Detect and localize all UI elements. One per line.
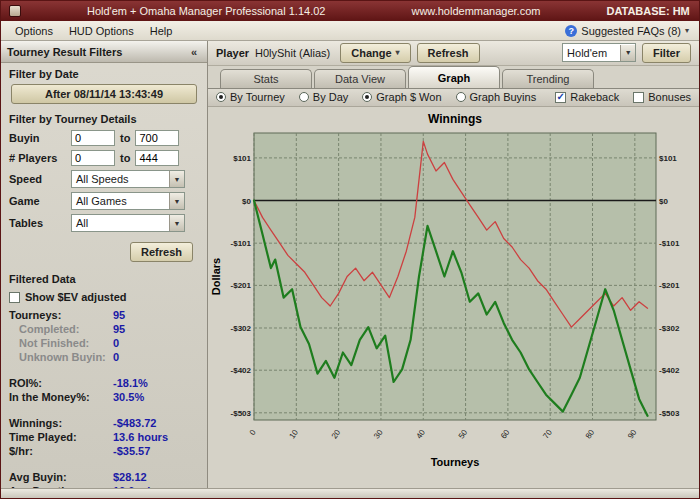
stat-row-hourly: $/hr: -$35.57 [9,444,199,458]
menu-help[interactable]: Help [142,23,181,39]
ev-adjusted-checkbox[interactable]: Show $EV adjusted [1,288,207,306]
svg-text:-$101: -$101 [659,239,680,248]
radio-icon [216,92,226,102]
radio-by-tourney-label: By Tourney [230,91,285,103]
sidebar-title: Tourney Result Filters [7,46,122,58]
title-bar: Hold'em + Omaha Manager Professional 1.1… [1,1,699,21]
filtered-data-stats: Tourneys: 95 Completed: 95 Not Finished:… [1,306,207,488]
svg-text:80: 80 [584,428,597,441]
filter-sidebar: Tourney Result Filters « Filter by Date … [1,41,208,488]
tables-filter-row: Tables All ▼ [1,212,207,234]
suggested-faqs-button[interactable]: ? Suggested FAQs (8) ▾ [565,25,693,37]
stat-row-not-finished: Not Finished: 0 [9,336,199,350]
checkbox-rakeback[interactable]: ✓ Rakeback [555,91,619,103]
svg-text:Tourneys: Tourneys [431,456,480,468]
app-window: Hold'em + Omaha Manager Professional 1.1… [0,0,700,499]
players-label: # Players [9,152,66,164]
database-label: DATABASE: HM [606,5,689,17]
svg-text:Dollars: Dollars [210,258,222,295]
chevron-down-icon: ▾ [685,26,689,35]
stat-row-time-played: Time Played: 13.6 hours [9,430,199,444]
sidebar-refresh-button[interactable]: Refresh [130,242,193,262]
game-select[interactable]: All Games ▼ [71,192,185,210]
speed-select[interactable]: All Speeds ▼ [71,170,185,188]
change-player-button[interactable]: Change ▾ [340,43,410,63]
menu-bar: Options HUD Options Help ? Suggested FAQ… [1,21,699,41]
checkbox-checked-icon: ✓ [555,92,566,103]
buyin-min-input[interactable] [71,130,115,146]
graph-controls-bar: By Tourney By Day Graph $ Won Graph Buyi… [208,88,699,107]
radio-graph-buyins-label: Graph Buyins [470,91,537,103]
speed-select-value: All Speeds [76,173,129,185]
bonuses-label: Bonuses [648,91,691,103]
date-filter-button[interactable]: After 08/11/14 13:43:49 [11,84,197,104]
svg-text:70: 70 [541,428,554,441]
menu-hud-options[interactable]: HUD Options [61,23,142,39]
chevron-down-icon: ▼ [620,45,635,61]
radio-icon [299,92,309,102]
filter-by-details-heading: Filter by Tourney Details [1,108,207,128]
rakeback-label: Rakeback [570,91,619,103]
svg-text:-$201: -$201 [659,281,680,290]
stat-row-in-the-money: In the Money%: 30.5% [9,390,199,404]
radio-graph-won[interactable]: Graph $ Won [362,91,441,103]
svg-text:$101: $101 [233,154,251,163]
svg-text:$0: $0 [659,197,668,206]
winnings-chart: $101$101$0$0-$101-$101-$201-$201-$302-$3… [208,107,699,488]
radio-graph-won-label: Graph $ Won [376,91,441,103]
players-max-input[interactable] [135,150,179,166]
svg-text:-$201: -$201 [231,281,252,290]
player-label: Player [216,47,249,59]
svg-text:0: 0 [248,428,258,437]
chevron-down-icon: ▼ [169,193,184,209]
collapse-sidebar-button[interactable]: « [187,46,201,58]
tab-trending[interactable]: Trending [502,69,594,88]
radio-by-day[interactable]: By Day [299,91,348,103]
game-type-select[interactable]: Hold'em ▼ [562,43,636,62]
tab-stats[interactable]: Stats [220,69,312,88]
checkbox-bonuses[interactable]: Bonuses [633,91,691,103]
svg-text:-$302: -$302 [659,324,680,333]
speed-filter-row: Speed All Speeds ▼ [1,168,207,190]
stat-row-avg-duration: Avg Duration: 16.6 min [9,484,199,488]
svg-text:$101: $101 [659,154,677,163]
game-label: Game [9,195,66,207]
tables-label: Tables [9,217,66,229]
stat-row-winnings: Winnings: -$483.72 [9,416,199,430]
game-filter-row: Game All Games ▼ [1,190,207,212]
tab-graph[interactable]: Graph [408,66,500,88]
filter-button[interactable]: Filter [642,43,691,63]
tables-select[interactable]: All ▼ [71,214,185,232]
app-icon [9,5,21,17]
winnings-chart-svg: $101$101$0$0-$101-$101-$201-$201-$302-$3… [208,107,699,486]
svg-text:10: 10 [287,428,300,441]
ev-adjusted-label: Show $EV adjusted [25,291,126,303]
website-url: www.holdemmanager.com [411,5,540,17]
filter-by-date-heading: Filter by Date [1,63,207,83]
faq-label: Suggested FAQs (8) [581,25,681,37]
tab-data-view[interactable]: Data View [314,69,406,88]
radio-by-day-label: By Day [313,91,348,103]
svg-text:-$503: -$503 [231,409,252,418]
buyin-max-input[interactable] [135,130,179,146]
menu-options[interactable]: Options [7,23,61,39]
radio-icon [456,92,466,102]
svg-text:30: 30 [372,428,385,441]
radio-graph-buyins[interactable]: Graph Buyins [456,91,537,103]
players-filter-row: # Players to [1,148,207,168]
radio-by-tourney[interactable]: By Tourney [216,91,285,103]
sidebar-header: Tourney Result Filters « [1,41,207,63]
refresh-button[interactable]: Refresh [417,43,480,63]
svg-text:-$402: -$402 [231,366,252,375]
players-min-input[interactable] [71,150,115,166]
stat-row-roi: ROI%: -18.1% [9,376,199,390]
player-name: H0lyShit (Alias) [255,47,330,59]
chevron-down-icon: ▾ [396,48,400,57]
svg-text:50: 50 [457,428,470,441]
chevron-down-icon: ▼ [169,171,184,187]
tables-select-value: All [76,217,88,229]
svg-text:40: 40 [414,428,427,441]
buyin-label: Buyin [9,132,66,144]
svg-text:Winnings: Winnings [428,112,482,126]
radio-icon [362,92,372,102]
